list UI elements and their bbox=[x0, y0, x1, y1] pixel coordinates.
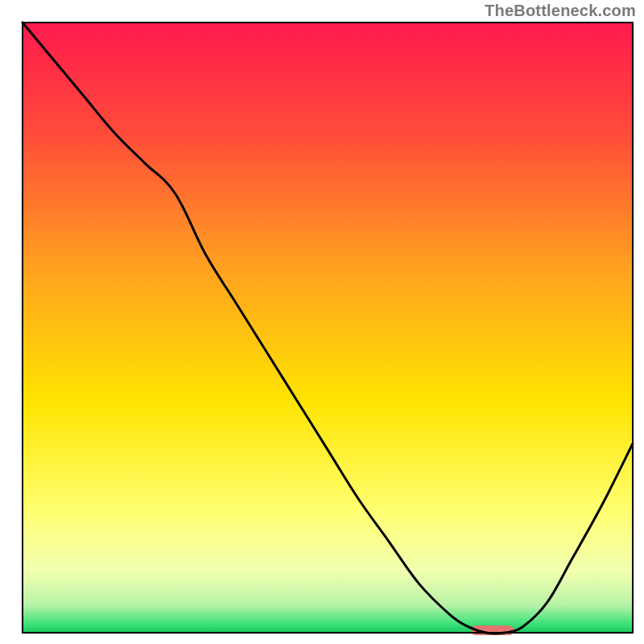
watermark-text: TheBottleneck.com bbox=[485, 2, 636, 20]
chart-stage: TheBottleneck.com bbox=[0, 0, 644, 644]
bottleneck-chart bbox=[0, 0, 644, 644]
plot-area bbox=[23, 23, 633, 635]
plot-background bbox=[23, 23, 633, 633]
